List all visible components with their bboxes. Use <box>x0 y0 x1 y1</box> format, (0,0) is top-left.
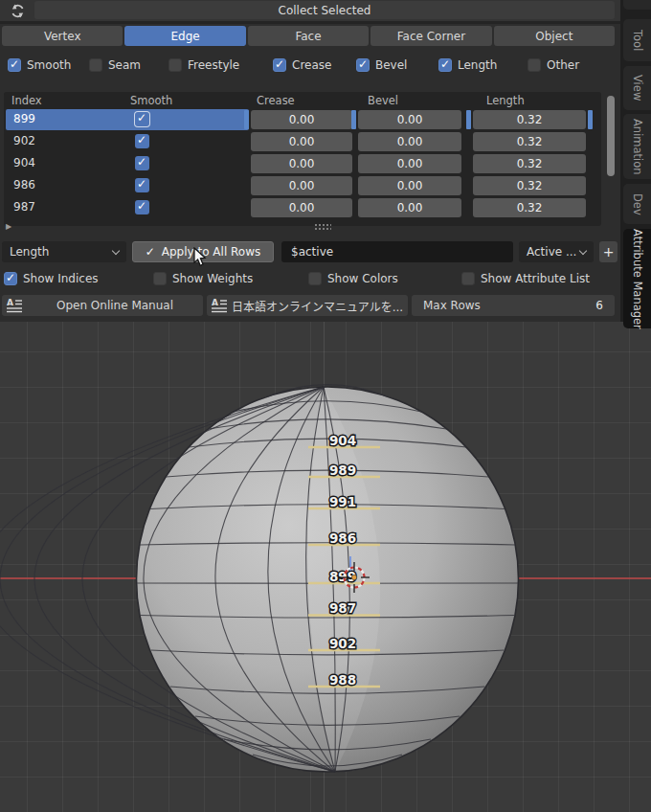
refresh-button[interactable] <box>6 2 29 19</box>
mouse-cursor <box>193 247 207 267</box>
length-value-field[interactable]: 0.32 <box>473 132 586 151</box>
show-attribute-list-checkbox[interactable] <box>461 272 475 285</box>
column-header-index: Index <box>11 94 42 107</box>
show-weights-option[interactable]: Show Weights <box>153 272 253 285</box>
expression-value: $active <box>291 245 333 259</box>
max-rows-value: 6 <box>595 299 603 312</box>
collect-selected-button[interactable]: Collect Selected <box>34 1 615 19</box>
column-header-crease: Crease <box>257 94 295 107</box>
uv-sphere-mesh[interactable]: 904989991986899987902988 <box>0 322 651 812</box>
other-checkbox[interactable] <box>528 58 541 72</box>
filter-label: Smooth <box>27 58 71 72</box>
svg-text:986: 986 <box>329 530 356 546</box>
list-resize-grip[interactable] <box>314 223 331 231</box>
row-smooth-checkbox[interactable] <box>135 178 149 192</box>
row-smooth-checkbox[interactable] <box>135 200 149 214</box>
show-weights-checkbox[interactable] <box>153 272 167 285</box>
max-rows-label: Max Rows <box>423 299 481 312</box>
bevel-value-field[interactable]: 0.00 <box>358 110 461 129</box>
sidebar-tab-tool[interactable]: Tool <box>623 19 651 61</box>
table-row[interactable]: 987 0.00 0.00 0.32 <box>4 197 601 218</box>
tab-face[interactable]: Face <box>248 26 369 46</box>
filter-label: Length <box>458 58 497 72</box>
sidebar-tab-view[interactable]: View <box>623 66 651 110</box>
sidebar-tab-animation[interactable]: Animation <box>623 114 651 179</box>
expression-input[interactable]: $active <box>281 241 513 262</box>
apply-button-label: Apply to All Rows <box>162 245 260 259</box>
manual-doc-icon: A <box>6 298 23 313</box>
option-label: Show Attribute List <box>481 272 590 285</box>
max-rows-field[interactable]: Max Rows 6 <box>412 295 615 316</box>
svg-text:902: 902 <box>329 636 356 651</box>
freestyle-checkbox[interactable] <box>168 58 182 72</box>
table-header: Index Smooth Crease Bevel Length <box>4 92 601 109</box>
filter-bevel[interactable]: Bevel <box>356 58 407 72</box>
sidebar-tab-partial[interactable] <box>623 0 651 10</box>
row-smooth-checkbox[interactable] <box>135 134 149 148</box>
sidebar-tab-attribute-manager[interactable]: Attribute Manager <box>623 229 651 328</box>
show-indices-option[interactable]: Show Indices <box>4 272 99 285</box>
bevel-value-field[interactable]: 0.00 <box>358 154 461 173</box>
table-scrollbar[interactable] <box>607 96 615 176</box>
tab-object[interactable]: Object <box>494 26 615 46</box>
panel-header: Collect Selected <box>0 0 620 21</box>
open-online-manual-button[interactable]: A Open Online Manual <box>2 295 203 316</box>
row-index: 899 <box>13 112 35 125</box>
add-button[interactable]: + <box>599 241 617 262</box>
target-select[interactable]: Active ... <box>519 241 594 262</box>
crease-value-field[interactable]: 0.00 <box>251 198 352 217</box>
column-header-smooth: Smooth <box>130 94 172 107</box>
viewport-3d[interactable]: 904989991986899987902988 <box>0 322 651 812</box>
row-smooth-checkbox[interactable] <box>135 112 149 126</box>
check-icon: ✓ <box>146 245 155 259</box>
tab-vertex[interactable]: Vertex <box>2 26 123 46</box>
chevron-down-icon <box>112 246 120 254</box>
bevel-value-field[interactable]: 0.00 <box>358 132 461 151</box>
filter-freestyle[interactable]: Freestyle <box>168 58 239 72</box>
filter-seam[interactable]: Seam <box>89 58 141 72</box>
show-colors-checkbox[interactable] <box>308 272 322 285</box>
length-value-field[interactable]: 0.32 <box>473 154 586 173</box>
list-expander-icon[interactable]: ▶ <box>6 222 11 231</box>
crease-checkbox[interactable] <box>273 58 286 72</box>
crease-value-field[interactable]: 0.00 <box>251 154 352 173</box>
filter-length[interactable]: Length <box>438 58 497 72</box>
tab-face-corner[interactable]: Face Corner <box>370 26 491 46</box>
filter-label: Freestyle <box>188 58 239 72</box>
sidebar-tab-dev[interactable]: Dev <box>623 184 651 224</box>
filter-smooth[interactable]: Smooth <box>8 58 71 72</box>
show-indices-checkbox[interactable] <box>4 272 17 285</box>
crease-value-field[interactable]: 0.00 <box>251 176 352 195</box>
bevel-checkbox[interactable] <box>356 58 370 72</box>
length-value-field[interactable]: 0.32 <box>473 110 586 129</box>
bevel-value-field[interactable]: 0.00 <box>358 198 461 217</box>
table-row[interactable]: 902 0.00 0.00 0.32 <box>4 131 601 152</box>
show-colors-option[interactable]: Show Colors <box>308 272 398 285</box>
open-japanese-manual-button[interactable]: A 日本語オンラインマニュアルを... <box>207 295 408 316</box>
tab-edge[interactable]: Edge <box>124 26 245 46</box>
row-smooth-checkbox[interactable] <box>135 156 149 170</box>
show-attribute-list-option[interactable]: Show Attribute List <box>461 272 590 285</box>
table-row[interactable]: 904 0.00 0.00 0.32 <box>4 153 601 174</box>
attribute-select[interactable]: Length <box>2 241 126 262</box>
collect-selected-label: Collect Selected <box>279 4 371 17</box>
crease-value-field[interactable]: 0.00 <box>251 110 352 129</box>
filter-label: Other <box>547 58 579 72</box>
bevel-value-field[interactable]: 0.00 <box>358 176 461 195</box>
filter-crease[interactable]: Crease <box>273 58 331 72</box>
svg-text:A: A <box>7 298 13 307</box>
table-row[interactable]: 899 0.00 0.00 0.32 <box>4 109 601 130</box>
length-checkbox[interactable] <box>438 58 452 72</box>
length-value-field[interactable]: 0.32 <box>473 176 586 195</box>
table-row[interactable]: 986 0.00 0.00 0.32 <box>4 175 601 196</box>
column-header-bevel: Bevel <box>368 94 398 107</box>
option-label: Show Colors <box>327 272 398 285</box>
filter-other[interactable]: Other <box>528 58 579 72</box>
seam-checkbox[interactable] <box>89 58 102 72</box>
domain-tabs: Vertex Edge Face Face Corner Object <box>2 26 615 46</box>
crease-value-field[interactable]: 0.00 <box>251 132 352 151</box>
target-select-value: Active ... <box>527 245 576 259</box>
length-value-field[interactable]: 0.32 <box>473 198 586 217</box>
smooth-checkbox[interactable] <box>8 58 21 72</box>
row-index: 986 <box>13 178 35 192</box>
